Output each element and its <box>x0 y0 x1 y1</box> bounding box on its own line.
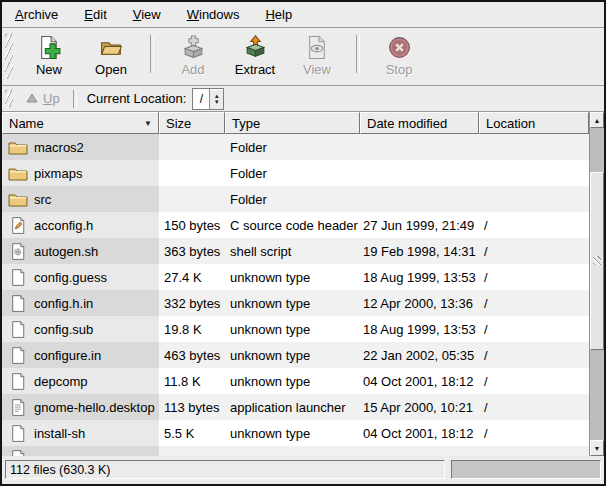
page-icon <box>8 294 28 312</box>
cell-type: C source code header <box>225 212 360 238</box>
table-row[interactable]: config.h.in332 bytesunknown type12 Apr 2… <box>2 290 589 316</box>
file-name: pixmaps <box>34 166 82 181</box>
table-row[interactable]: config.sub19.8 Kunknown type18 Aug 1999,… <box>2 316 589 342</box>
location-bar: Up Current Location: / ▴ ▾ <box>2 86 604 112</box>
table-row[interactable]: macros2Folder <box>2 134 589 160</box>
cell-type: unknown type <box>225 420 360 446</box>
extract-icon <box>242 34 268 60</box>
folder-icon <box>8 164 28 182</box>
menu-help[interactable]: Help <box>256 4 301 25</box>
cell-size: 332 bytes <box>159 290 225 316</box>
cell-type: unknown type <box>225 342 360 368</box>
column-header-type[interactable]: Type <box>225 112 360 134</box>
toolbar-stop-button[interactable]: Stop <box>368 32 430 77</box>
cell-name: src <box>2 186 159 212</box>
toolbar-open-button[interactable]: Open <box>80 32 142 77</box>
cell-date: 19 Feb 1998, 14:31 <box>360 238 479 264</box>
cell-size <box>159 160 225 186</box>
table-row[interactable]: pixmapsFolder <box>2 160 589 186</box>
cell-date: 18 Aug 1999, 13:53 <box>360 316 479 342</box>
up-button[interactable]: Up <box>19 89 67 108</box>
cell-location <box>479 186 589 212</box>
current-location-label: Current Location: <box>87 91 187 106</box>
toolbar-button-label: Add <box>181 62 204 77</box>
toolbar-view-button[interactable]: View <box>286 32 348 77</box>
page-icon <box>8 268 28 286</box>
menu-bar: ArchiveEditViewWindowsHelp <box>2 2 604 28</box>
cell-name: config.h.in <box>2 290 159 316</box>
scrollbar-trough[interactable] <box>590 128 604 440</box>
cell-type: application launcher <box>225 394 360 420</box>
cell-name: config.sub <box>2 316 159 342</box>
page-gear-icon <box>8 242 28 260</box>
cell-location: / <box>479 290 589 316</box>
cell-size <box>159 446 225 456</box>
status-bar: 112 files (630.3 K) <box>2 456 604 483</box>
table-row[interactable]: configure.in463 bytesunknown type22 Jan … <box>2 342 589 368</box>
toolbar-separator <box>150 35 154 73</box>
location-bar-drag-handle[interactable] <box>5 89 13 108</box>
table-row[interactable]: config.guess27.4 Kunknown type18 Aug 199… <box>2 264 589 290</box>
toolbar-button-label: Extract <box>235 62 275 77</box>
table-row[interactable]: install-sh5.5 Kunknown type04 Oct 2001, … <box>2 420 589 446</box>
file-name: config.h.in <box>34 296 93 311</box>
cell-type: Folder <box>225 186 360 212</box>
toolbar-button-label: Open <box>95 62 127 77</box>
column-header-label: Date modified <box>367 116 447 131</box>
column-header-label: Location <box>486 116 535 131</box>
cell-size: 363 bytes <box>159 238 225 264</box>
cell-location <box>479 446 589 456</box>
table-row[interactable]: srcFolder <box>2 186 589 212</box>
cell-name <box>2 446 159 456</box>
menu-view[interactable]: View <box>124 4 170 25</box>
table-row[interactable]: gnome-hello.desktop113 bytesapplication … <box>2 394 589 420</box>
cell-name: acconfig.h <box>2 212 159 238</box>
cell-name: config.guess <box>2 264 159 290</box>
cell-size <box>159 186 225 212</box>
cell-name: depcomp <box>2 368 159 394</box>
cell-date <box>360 160 479 186</box>
scrollbar-thumb[interactable] <box>590 172 604 350</box>
cell-type: unknown type <box>225 290 360 316</box>
toolbar: NewOpenAddExtractViewStop <box>2 28 604 86</box>
current-location-combo[interactable]: / ▴ ▾ <box>192 88 224 110</box>
file-name: macros2 <box>34 140 84 155</box>
file-name: config.sub <box>34 322 93 337</box>
scroll-up-button[interactable]: ▲ <box>590 112 604 128</box>
view-file-icon <box>304 34 330 60</box>
toolbar-add-button[interactable]: Add <box>162 32 224 77</box>
toolbar-separator <box>356 35 360 73</box>
column-header-location[interactable]: Location <box>479 112 589 134</box>
column-header-date-modified[interactable]: Date modified <box>360 112 479 134</box>
file-name: gnome-hello.desktop <box>34 400 155 415</box>
column-header-label: Name <box>9 116 44 131</box>
toolbar-new-button[interactable]: New <box>18 32 80 77</box>
file-name: src <box>34 192 51 207</box>
cell-type: unknown type <box>225 368 360 394</box>
table-row[interactable]: acconfig.h150 bytesC source code header2… <box>2 212 589 238</box>
menu-edit[interactable]: Edit <box>75 4 115 25</box>
page-pencil-icon <box>8 216 28 234</box>
cell-date: 27 Jun 1999, 21:49 <box>360 212 479 238</box>
menu-windows[interactable]: Windows <box>178 4 249 25</box>
toolbar-extract-button[interactable]: Extract <box>224 32 286 77</box>
combo-down-arrow-icon: ▾ <box>215 99 219 105</box>
cell-location <box>479 134 589 160</box>
page-icon <box>8 424 28 442</box>
file-list-area: Name▼SizeTypeDate modifiedLocation macro… <box>2 112 604 456</box>
menu-archive[interactable]: Archive <box>6 4 67 25</box>
cell-date: 15 Apr 2000, 10:21 <box>360 394 479 420</box>
cell-date: 22 Jan 2002, 05:35 <box>360 342 479 368</box>
table-row[interactable]: autogen.sh363 bytesshell script19 Feb 19… <box>2 238 589 264</box>
column-header-name[interactable]: Name▼ <box>2 112 159 134</box>
vertical-scrollbar[interactable]: ▲ ▼ <box>589 112 604 456</box>
scroll-down-button[interactable]: ▼ <box>590 440 604 456</box>
toolbar-drag-handle[interactable] <box>5 33 13 79</box>
column-header-size[interactable]: Size <box>159 112 225 134</box>
new-archive-icon <box>36 34 62 60</box>
cell-size: 5.5 K <box>159 420 225 446</box>
cell-location: / <box>479 212 589 238</box>
cell-type: unknown type <box>225 316 360 342</box>
file-name: configure.in <box>34 348 101 363</box>
table-row[interactable]: depcomp11.8 Kunknown type04 Oct 2001, 18… <box>2 368 589 394</box>
